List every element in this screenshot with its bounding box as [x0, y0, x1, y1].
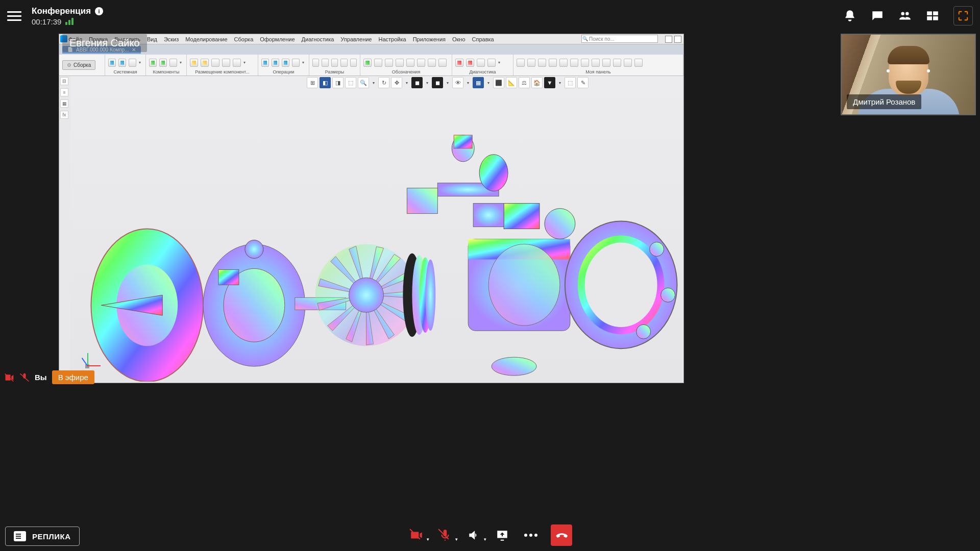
- cad-shade-tool-icon[interactable]: ◼: [411, 77, 423, 88]
- ribbon-tool-icon[interactable]: [261, 59, 269, 67]
- ribbon-tool-icon[interactable]: [624, 59, 632, 67]
- cad-menu-help[interactable]: Справка: [472, 36, 494, 42]
- cad-home-tool-icon[interactable]: 🏠: [531, 77, 543, 88]
- chevron-down-icon[interactable]: ▾: [139, 60, 142, 65]
- ribbon-tool-icon[interactable]: [581, 59, 589, 67]
- cad-zoom-tool-icon[interactable]: 🔍: [358, 77, 369, 88]
- info-icon[interactable]: i: [95, 7, 103, 15]
- ribbon-tool-icon[interactable]: [527, 59, 535, 67]
- ribbon-tool-icon[interactable]: [282, 59, 289, 67]
- menu-hamburger-icon[interactable]: [7, 9, 21, 23]
- ribbon-tool-icon[interactable]: [602, 59, 610, 67]
- chevron-down-icon[interactable]: ▾: [424, 77, 430, 88]
- ribbon-tool-icon[interactable]: [233, 59, 241, 67]
- turbine-model: o3o3o3o3o3: [70, 91, 682, 382]
- cad-view-tool-icon[interactable]: ⬚: [345, 77, 356, 88]
- chevron-down-icon[interactable]: ▾: [243, 60, 248, 65]
- cad-menu-diagnostics[interactable]: Диагностика: [302, 36, 334, 42]
- cad-assembly-button[interactable]: Сборка: [62, 60, 95, 70]
- cad-view-tool-icon[interactable]: ⊞: [307, 77, 318, 88]
- cad-menu-drawing[interactable]: Оформление: [260, 36, 295, 42]
- cad-section-tool-icon[interactable]: ▦: [473, 77, 484, 88]
- ribbon-tool-icon[interactable]: [428, 59, 436, 67]
- ribbon-tool-icon[interactable]: [438, 59, 447, 67]
- cad-tree-icon[interactable]: ⊟: [60, 77, 68, 85]
- cad-view-tool-icon[interactable]: ◧: [320, 77, 331, 88]
- cad-iso-tool-icon[interactable]: ⬛: [493, 77, 504, 88]
- ribbon-tool-icon[interactable]: [613, 59, 621, 67]
- ribbon-tool-icon[interactable]: [331, 59, 338, 67]
- cad-menu-assembly[interactable]: Сборка: [234, 36, 254, 42]
- ribbon-tool-icon[interactable]: [190, 59, 198, 67]
- ribbon-tool-icon[interactable]: [350, 59, 357, 67]
- chevron-down-icon[interactable]: ▾: [465, 77, 471, 88]
- cad-menu-window[interactable]: Окно: [452, 36, 465, 42]
- cad-menu-sketch[interactable]: Эскиз: [164, 36, 179, 42]
- ribbon-tool-icon[interactable]: [292, 59, 300, 67]
- ribbon-tool-icon[interactable]: [169, 59, 177, 67]
- ribbon-tool-icon[interactable]: [417, 59, 425, 67]
- ribbon-tool-icon[interactable]: [570, 59, 578, 67]
- ribbon-tool-icon[interactable]: [477, 59, 485, 67]
- ribbon-tool-icon[interactable]: [272, 59, 279, 67]
- ribbon-tool-icon[interactable]: [211, 59, 219, 67]
- ribbon-tool-icon[interactable]: [455, 59, 463, 67]
- ribbon-tool-icon[interactable]: [559, 59, 568, 67]
- ribbon-tool-icon[interactable]: [222, 59, 230, 67]
- cad-menu-view[interactable]: Вид: [147, 36, 157, 42]
- chevron-down-icon[interactable]: ▾: [498, 60, 502, 65]
- cad-list-icon[interactable]: ≡: [60, 88, 68, 96]
- ribbon-tool-icon[interactable]: [549, 59, 557, 67]
- ribbon-group-label: Операции: [261, 69, 306, 74]
- ribbon-tool-icon[interactable]: [312, 59, 319, 67]
- cad-3d-viewport[interactable]: o3o3o3o3o3: [70, 76, 682, 382]
- cad-search-input[interactable]: Поиск по...: [581, 35, 658, 43]
- ribbon-tool-icon[interactable]: [159, 59, 167, 67]
- chevron-down-icon[interactable]: ▾: [404, 77, 410, 88]
- chevron-down-icon[interactable]: ▾: [302, 60, 306, 65]
- ribbon-tool-icon[interactable]: [374, 59, 382, 67]
- chevron-down-icon[interactable]: ▾: [371, 77, 377, 88]
- ribbon-tool-icon[interactable]: [634, 59, 643, 67]
- cad-rotate-tool-icon[interactable]: ↻: [378, 77, 389, 88]
- cad-filter-tool-icon[interactable]: ▼: [544, 77, 555, 88]
- cad-menu-apps[interactable]: Приложения: [413, 36, 446, 42]
- chevron-down-icon[interactable]: ▾: [445, 77, 451, 88]
- ribbon-tool-icon[interactable]: [538, 59, 546, 67]
- ribbon-tool-icon[interactable]: [118, 59, 126, 67]
- chevron-down-icon[interactable]: ▾: [180, 60, 183, 65]
- cad-fx-icon[interactable]: fx: [60, 111, 68, 119]
- cad-table-icon[interactable]: ▦: [60, 99, 68, 108]
- cad-menu-modeling[interactable]: Моделирование: [185, 36, 227, 42]
- cad-mass-tool-icon[interactable]: ⚖: [519, 77, 530, 88]
- cad-last-tool-icon[interactable]: ✎: [577, 77, 589, 88]
- ribbon-tool-icon[interactable]: [517, 59, 525, 67]
- cad-snap-tool-icon[interactable]: ⬚: [565, 77, 576, 88]
- ribbon-tool-icon[interactable]: [385, 59, 393, 67]
- cad-menu-manage[interactable]: Управление: [340, 36, 372, 42]
- cad-menu-settings[interactable]: Настройка: [378, 36, 406, 42]
- ribbon-tool-icon[interactable]: [487, 59, 496, 67]
- ribbon-tool-icon[interactable]: [322, 59, 328, 67]
- cad-ribbon: Сборка ▾ Системная ▾ Компоненты ▾ Размещ…: [59, 55, 683, 76]
- cad-render-tool-icon[interactable]: ◼: [432, 77, 443, 88]
- cad-hide-tool-icon[interactable]: 👁: [452, 77, 463, 88]
- chevron-down-icon[interactable]: ▾: [557, 77, 563, 88]
- cad-measure-tool-icon[interactable]: 📐: [506, 77, 517, 88]
- cad-layout-toggle-icon[interactable]: [665, 36, 672, 43]
- ribbon-tool-icon[interactable]: [466, 59, 474, 67]
- ribbon-tool-icon[interactable]: [129, 59, 136, 67]
- cad-view-tool-icon[interactable]: ◨: [332, 77, 344, 88]
- conference-title: Конференция: [32, 6, 91, 16]
- chevron-down-icon[interactable]: ▾: [485, 77, 492, 88]
- ribbon-tool-icon[interactable]: [149, 59, 157, 67]
- ribbon-tool-icon[interactable]: [592, 59, 600, 67]
- ribbon-tool-icon[interactable]: [108, 59, 116, 67]
- ribbon-tool-icon[interactable]: [363, 59, 372, 67]
- cad-layout-toggle2-icon[interactable]: [674, 36, 681, 43]
- ribbon-tool-icon[interactable]: [396, 59, 404, 67]
- ribbon-tool-icon[interactable]: [406, 59, 414, 67]
- ribbon-tool-icon[interactable]: [340, 59, 347, 67]
- ribbon-tool-icon[interactable]: [201, 59, 209, 67]
- cad-pan-tool-icon[interactable]: ✥: [391, 77, 402, 88]
